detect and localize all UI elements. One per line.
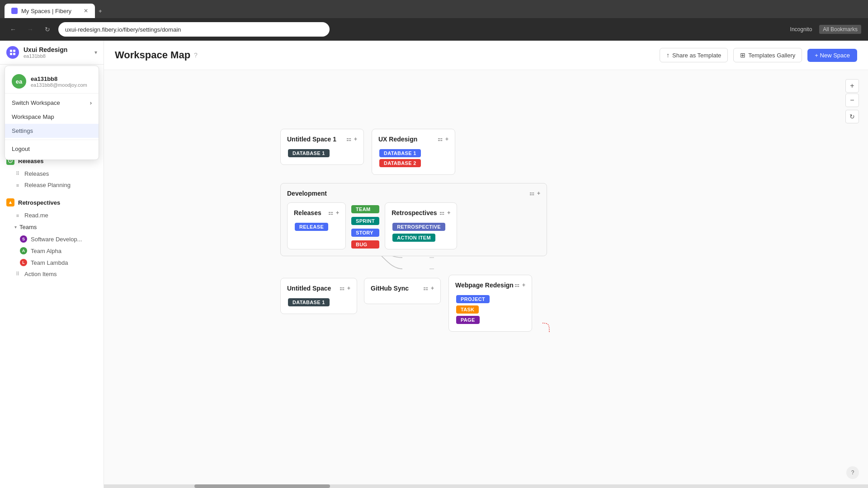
team-label: Team Lambda bbox=[31, 259, 68, 266]
team-item-lambda[interactable]: L Team Lambda bbox=[0, 257, 104, 268]
team-avatar-lambda: L bbox=[20, 259, 27, 266]
sidebar-item-releases[interactable]: ⠿ Releases bbox=[0, 168, 104, 179]
upload-icon: ↑ bbox=[666, 52, 670, 59]
svg-rect-0 bbox=[10, 50, 12, 52]
zoom-in-button[interactable]: + bbox=[845, 79, 859, 93]
db-tag: TASK bbox=[456, 305, 479, 314]
browser-tabs: My Spaces | Fibery ✕ + bbox=[0, 0, 868, 18]
db-tag-sprint: SPRINT bbox=[351, 217, 379, 225]
card-add-icon[interactable]: + bbox=[347, 285, 350, 291]
db-tag: PROJECT bbox=[456, 295, 490, 303]
page-title-help-icon[interactable]: ? bbox=[194, 52, 198, 59]
sidebar-item-release-planning[interactable]: ≡ Release Planning bbox=[0, 179, 104, 191]
card-databases: DATABASE 1 DATABASE 2 bbox=[378, 148, 448, 168]
zoom-out-button[interactable]: − bbox=[845, 94, 859, 107]
lines-icon: ≡ bbox=[14, 183, 21, 188]
settings-item[interactable]: Settings bbox=[5, 124, 99, 138]
db-tag: RELEASE bbox=[295, 223, 328, 231]
space-card-github-sync[interactable]: GitHub Sync ⚏ + bbox=[364, 278, 441, 304]
tab-title: My Spaces | Fibery bbox=[21, 8, 71, 14]
card-settings-icon[interactable]: ⚏ bbox=[340, 285, 344, 291]
sidebar-space-retrospectives[interactable]: Retrospectives bbox=[0, 195, 104, 210]
new-tab-btn[interactable]: + bbox=[95, 4, 106, 18]
space-card-untitled1[interactable]: Untitled Space 1 ⚏ + DATABASE 1 bbox=[280, 129, 364, 165]
card-databases: DATABASE 1 bbox=[287, 148, 357, 158]
team-label: Software Develop... bbox=[31, 236, 82, 243]
horizontal-scrollbar[interactable] bbox=[104, 484, 868, 488]
sidebar: Uxui Redesign ea131bb8 ▾ ea ea131bb8 ea1… bbox=[0, 41, 104, 488]
card-settings-icon[interactable]: ⚏ bbox=[438, 136, 443, 142]
help-button[interactable]: ? bbox=[846, 466, 859, 479]
workspace-chevron-icon: ▾ bbox=[94, 49, 97, 56]
space-card-untitled2[interactable]: Untitled Space ⚏ + DATABASE 1 bbox=[280, 278, 357, 314]
workspace-avatar bbox=[6, 46, 19, 59]
card-add-icon[interactable]: + bbox=[447, 210, 450, 216]
card-title: Retrospectives bbox=[392, 209, 437, 216]
svg-rect-3 bbox=[13, 53, 15, 55]
card-settings-icon[interactable]: ⚏ bbox=[439, 210, 444, 216]
retrospectives-label: Retrospectives bbox=[18, 199, 60, 206]
card-databases: RETROSPECTIVE ACTION ITEM bbox=[392, 222, 450, 243]
team-item-software[interactable]: S Software Develop... bbox=[0, 233, 104, 245]
sidebar-item-readme2[interactable]: ≡ Read.me bbox=[0, 210, 104, 221]
card-add-icon[interactable]: + bbox=[431, 285, 434, 291]
workspace-map-item[interactable]: Workspace Map bbox=[5, 110, 99, 124]
space-card-development[interactable]: Development ⚏ + Releases ⚏ + bbox=[280, 183, 547, 256]
card-add-icon[interactable]: + bbox=[354, 136, 357, 142]
db-tag: ACTION ITEM bbox=[392, 234, 435, 242]
sidebar-item-teams[interactable]: ▾ Teams bbox=[0, 221, 104, 233]
forward-btn[interactable]: → bbox=[24, 23, 37, 36]
card-add-icon[interactable]: + bbox=[445, 136, 448, 142]
retrospectives-icon bbox=[6, 198, 14, 206]
db-tag: PAGE bbox=[456, 316, 480, 324]
card-settings-icon[interactable]: ⚏ bbox=[346, 136, 351, 142]
svg-rect-1 bbox=[13, 50, 15, 52]
tab-close-btn[interactable]: ✕ bbox=[84, 8, 88, 14]
space-card-ux-redesign[interactable]: UX Redesign ⚏ + DATABASE 1 DATABASE 2 bbox=[372, 129, 455, 175]
reload-btn[interactable]: ↻ bbox=[41, 23, 54, 36]
doc-icon2: ≡ bbox=[14, 213, 21, 218]
logout-item[interactable]: Logout bbox=[5, 142, 99, 156]
card-title: Untitled Space 1 bbox=[287, 136, 336, 143]
card-settings-icon[interactable]: ⚏ bbox=[423, 285, 428, 291]
retrospectives-section: Retrospectives ≡ Read.me ▾ Teams S Softw… bbox=[0, 193, 104, 282]
workspace-dropdown: ea ea131bb8 ea131bb8@moodjoy.com Switch … bbox=[5, 66, 99, 160]
templates-gallery-button[interactable]: ⊞ Templates Gallery bbox=[733, 48, 802, 62]
switch-workspace-item[interactable]: Switch Workspace › bbox=[5, 96, 99, 110]
team-label: Team Alpha bbox=[31, 248, 61, 254]
incognito-label: Incognito bbox=[790, 26, 812, 33]
card-settings-icon[interactable]: ⚏ bbox=[514, 282, 519, 288]
page-title-area: Workspace Map ? bbox=[115, 49, 198, 61]
active-tab[interactable]: My Spaces | Fibery ✕ bbox=[5, 4, 95, 18]
new-space-button[interactable]: + New Space bbox=[807, 49, 857, 62]
sidebar-item-action-items[interactable]: ⠿ Action Items bbox=[0, 268, 104, 280]
workspace-header[interactable]: Uxui Redesign ea131bb8 ▾ bbox=[0, 41, 104, 65]
item-label: Release Planning bbox=[24, 182, 71, 188]
browser-nav: ← → ↻ uxui-redesign.fibery.io/fibery/set… bbox=[0, 18, 868, 41]
main-header: Workspace Map ? ↑ Share as Template ⊞ Te… bbox=[104, 41, 868, 70]
card-settings-icon[interactable]: ⚏ bbox=[328, 210, 333, 216]
card-add-icon[interactable]: + bbox=[537, 190, 540, 197]
space-card-retrospectives[interactable]: Retrospectives ⚏ + RETROSPECTIVE ACTION … bbox=[385, 202, 457, 249]
card-settings-icon[interactable]: ⚏ bbox=[529, 190, 534, 197]
back-btn[interactable]: ← bbox=[7, 23, 19, 36]
scrollbar-thumb[interactable] bbox=[194, 484, 330, 488]
share-as-template-button[interactable]: ↑ Share as Template bbox=[660, 48, 728, 62]
card-databases: DATABASE 1 bbox=[287, 297, 350, 307]
address-bar[interactable]: uxui-redesign.fibery.io/fibery/settings/… bbox=[58, 22, 330, 37]
card-add-icon[interactable]: + bbox=[522, 282, 525, 288]
app-container: Uxui Redesign ea131bb8 ▾ ea ea131bb8 ea1… bbox=[0, 41, 868, 488]
db-tag: DATABASE 1 bbox=[288, 149, 330, 157]
grid-icon3: ⠿ bbox=[14, 271, 21, 277]
teams-label: Teams bbox=[19, 224, 37, 230]
user-email: ea131bb8@moodjoy.com bbox=[31, 82, 87, 88]
card-add-icon[interactable]: + bbox=[336, 210, 339, 216]
space-card-webpage-redesign[interactable]: Webpage Redesign ⚏ + PROJECT TASK PAGE bbox=[448, 275, 532, 332]
db-tag-bug: BUG bbox=[351, 240, 379, 249]
map-canvas[interactable]: Untitled Space 1 ⚏ + DATABASE 1 UX Redes… bbox=[104, 70, 868, 488]
space-card-releases[interactable]: Releases ⚏ + RELEASE bbox=[287, 202, 346, 249]
zoom-reset-button[interactable]: ↻ bbox=[845, 110, 859, 123]
item-label: Read.me bbox=[24, 212, 48, 219]
switch-workspace-arrow-icon: › bbox=[90, 99, 92, 106]
team-item-alpha[interactable]: A Team Alpha bbox=[0, 245, 104, 257]
